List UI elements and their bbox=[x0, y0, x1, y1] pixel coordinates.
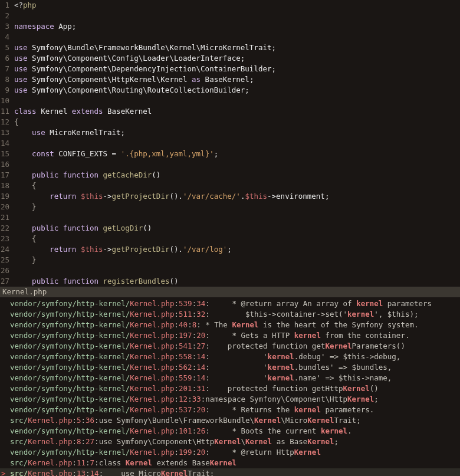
result-col-no: 20 bbox=[196, 405, 205, 414]
result-col-no: 14 bbox=[196, 363, 205, 372]
code-line[interactable]: 9use Symfony\Component\Routing\RouteColl… bbox=[0, 85, 460, 96]
fzf-result[interactable]: vendor/symfony/http-kernel/Kernel.php:56… bbox=[0, 362, 460, 373]
fzf-result[interactable]: vendor/symfony/http-kernel/Kernel.php:19… bbox=[0, 330, 460, 341]
code-line[interactable]: 19 return $this->getProjectDir().'/var/c… bbox=[0, 191, 460, 202]
result-path: src/ bbox=[10, 458, 28, 467]
fzf-result[interactable]: vendor/symfony/http-kernel/Kernel.php:12… bbox=[0, 394, 460, 405]
result-line-no: 13 bbox=[77, 469, 86, 476]
fzf-result[interactable]: vendor/symfony/http-kernel/Kernel.php:20… bbox=[0, 383, 460, 394]
fzf-results-pane[interactable]: vendor/symfony/http-kernel/Kernel.php:53… bbox=[0, 297, 460, 468]
result-file: Kernel.php bbox=[130, 310, 174, 319]
code-line[interactable]: 2 bbox=[0, 11, 460, 21]
code-line[interactable]: 13 use MicroKernelTrait; bbox=[0, 127, 460, 138]
line-number: 7 bbox=[0, 64, 14, 74]
code-line[interactable]: 4 bbox=[0, 32, 460, 42]
code-line[interactable]: 8use Symfony\Component\HttpKernel\Kernel… bbox=[0, 74, 460, 85]
result-col-no: 32 bbox=[196, 310, 205, 319]
code-line[interactable]: 7use Symfony\Component\DependencyInjecti… bbox=[0, 64, 460, 74]
result-file: Kernel.php bbox=[130, 352, 174, 361]
result-file: Kernel.php bbox=[130, 426, 174, 435]
line-number: 5 bbox=[0, 42, 14, 53]
fzf-result[interactable]: vendor/symfony/http-kernel/Kernel.php:19… bbox=[0, 447, 460, 458]
fzf-result[interactable]: src/Kernel.php:11:7:class Kernel extends… bbox=[0, 458, 460, 468]
line-number: 23 bbox=[0, 234, 14, 244]
result-file: Kernel.php bbox=[130, 363, 174, 372]
result-line-no: 199 bbox=[179, 448, 192, 457]
code-line[interactable]: 5use Symfony\Bundle\FrameworkBundle\Kern… bbox=[0, 42, 460, 53]
result-col-no: 33 bbox=[192, 395, 201, 403]
code-editor[interactable]: 1<?php23namespace App;45use Symfony\Bund… bbox=[0, 0, 460, 287]
result-line-no: 40 bbox=[179, 320, 188, 329]
result-path: vendor/symfony/http-kernel/ bbox=[10, 448, 130, 457]
result-col-no: 26 bbox=[196, 426, 205, 435]
result-line-no: 539 bbox=[179, 299, 192, 308]
code-line[interactable]: 22 public function getLogDir() bbox=[0, 223, 460, 234]
fzf-result[interactable]: vendor/symfony/http-kernel/Kernel.php:55… bbox=[0, 352, 460, 362]
result-file: Kernel.php bbox=[130, 384, 174, 393]
code-line[interactable]: 10 bbox=[0, 96, 460, 106]
result-line-no: 101 bbox=[179, 426, 192, 435]
code-line[interactable]: 18 { bbox=[0, 180, 460, 191]
result-line-no: 197 bbox=[179, 331, 192, 340]
line-number: 8 bbox=[0, 74, 14, 85]
result-path: src/ bbox=[10, 416, 28, 425]
code-line[interactable]: 12{ bbox=[0, 117, 460, 127]
line-number: 3 bbox=[0, 21, 14, 32]
line-number: 22 bbox=[0, 223, 14, 234]
result-line-no: 537 bbox=[179, 405, 192, 414]
fzf-result[interactable]: vendor/symfony/http-kernel/Kernel.php:51… bbox=[0, 309, 460, 320]
line-number: 25 bbox=[0, 255, 14, 265]
result-file: Kernel.php bbox=[130, 299, 174, 308]
result-col-no: 14 bbox=[90, 469, 99, 476]
result-file: Kernel.php bbox=[130, 320, 174, 329]
result-path: src/ bbox=[10, 437, 28, 446]
result-path: vendor/symfony/http-kernel/ bbox=[10, 426, 130, 435]
fzf-result[interactable]: vendor/symfony/http-kernel/Kernel.php:55… bbox=[0, 373, 460, 383]
result-file: Kernel.php bbox=[130, 448, 174, 457]
code-line[interactable]: 11class Kernel extends BaseKernel bbox=[0, 106, 460, 117]
result-col-no: 20 bbox=[196, 448, 205, 457]
fzf-result[interactable]: vendor/symfony/http-kernel/Kernel.php:54… bbox=[0, 341, 460, 352]
result-col-no: 34 bbox=[196, 299, 205, 308]
code-line[interactable]: 23 { bbox=[0, 234, 460, 244]
line-number: 9 bbox=[0, 85, 14, 96]
fzf-result[interactable]: vendor/symfony/http-kernel/Kernel.php:53… bbox=[0, 298, 460, 309]
code-line[interactable]: 24 return $this->getProjectDir().'/var/l… bbox=[0, 244, 460, 255]
fzf-result[interactable]: vendor/symfony/http-kernel/Kernel.php:53… bbox=[0, 405, 460, 415]
result-path: vendor/symfony/http-kernel/ bbox=[10, 331, 130, 340]
code-line[interactable]: 25 } bbox=[0, 255, 460, 265]
result-path: vendor/symfony/http-kernel/ bbox=[10, 405, 130, 414]
code-line[interactable]: 6use Symfony\Component\Config\Loader\Loa… bbox=[0, 53, 460, 64]
code-line[interactable]: 15 const CONFIG_EXTS = '.{php,xml,yaml,y… bbox=[0, 149, 460, 159]
code-line[interactable]: 20 } bbox=[0, 202, 460, 212]
fzf-result[interactable]: src/Kernel.php:8:27:use Symfony\Componen… bbox=[0, 436, 460, 447]
code-line[interactable]: 27 public function registerBundles() bbox=[0, 276, 460, 287]
code-line[interactable]: 17 public function getCacheDir() bbox=[0, 170, 460, 180]
code-line[interactable]: 14 bbox=[0, 138, 460, 149]
fzf-result[interactable]: src/Kernel.php:5:36:use Symfony\Bundle\F… bbox=[0, 415, 460, 426]
line-number: 20 bbox=[0, 202, 14, 212]
fzf-result-selected[interactable]: > src/Kernel.php:13:14: use MicroKernelT… bbox=[0, 468, 460, 476]
line-number: 12 bbox=[0, 117, 14, 127]
result-file: Kernel.php bbox=[130, 373, 174, 382]
fzf-result[interactable]: vendor/symfony/http-kernel/Kernel.php:10… bbox=[0, 426, 460, 436]
line-number: 11 bbox=[0, 106, 14, 117]
result-line-no: 5 bbox=[77, 416, 81, 425]
code-line[interactable]: 16 bbox=[0, 159, 460, 170]
result-file: Kernel.php bbox=[130, 342, 174, 350]
code-line[interactable]: 1<?php bbox=[0, 0, 460, 11]
line-number: 16 bbox=[0, 159, 14, 170]
code-line[interactable]: 26 bbox=[0, 265, 460, 276]
line-number: 4 bbox=[0, 32, 14, 42]
result-path: vendor/symfony/http-kernel/ bbox=[10, 384, 130, 393]
result-file: Kernel.php bbox=[130, 405, 174, 414]
result-file: Kernel.php bbox=[28, 469, 72, 476]
line-number: 18 bbox=[0, 180, 14, 191]
code-line[interactable]: 21 bbox=[0, 212, 460, 223]
fzf-result[interactable]: vendor/symfony/http-kernel/Kernel.php:40… bbox=[0, 320, 460, 330]
result-path: vendor/symfony/http-kernel/ bbox=[10, 320, 130, 329]
line-number: 27 bbox=[0, 276, 14, 287]
code-line[interactable]: 3namespace App; bbox=[0, 21, 460, 32]
result-file: Kernel.php bbox=[28, 437, 72, 446]
result-line-no: 12 bbox=[179, 395, 188, 403]
